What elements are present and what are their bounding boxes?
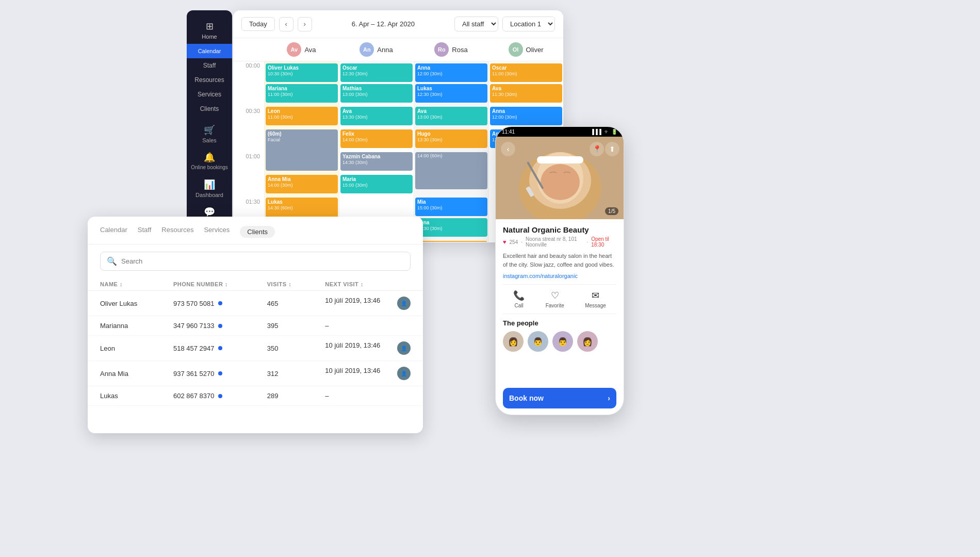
mobile-content: Natural Organic Beauty ♥ 254 · Noona str… — [496, 219, 624, 404]
sidebar-item-services[interactable]: Services — [187, 87, 232, 102]
time-empty3 — [233, 175, 264, 198]
sidebar-item-calendar[interactable]: Calendar — [187, 44, 232, 58]
message-button[interactable]: ✉ Message — [585, 290, 606, 308]
appt-ava-1[interactable]: Ava 13:30 (30m) — [340, 107, 413, 125]
svg-point-5 — [541, 164, 580, 200]
time-column: 00:00 00:30 01:00 01:30 02:00 02:30 — [233, 61, 264, 242]
col-visits[interactable]: VISITS ↕ — [255, 278, 313, 291]
appt-yazmin[interactable]: Yazmin Cabana 14:30 (30m) — [340, 152, 413, 171]
sidebar-item-clients[interactable]: Clients — [187, 102, 232, 116]
person-4[interactable]: 👩 — [577, 331, 598, 352]
staff-oliver: Ol Oliver — [488, 38, 563, 61]
clients-panel: Calendar Staff Resources Services Client… — [88, 217, 423, 433]
mobile-back-button[interactable]: ‹ — [501, 142, 515, 156]
table-row[interactable]: Anna Mia 937 361 5270 312 10 júlí 2019, … — [88, 361, 423, 386]
avatar-rosa: Ro — [434, 42, 449, 57]
sidebar-item-sales[interactable]: 🛒 Sales — [187, 120, 232, 148]
appt-oscar-1[interactable]: Oscar 12:30 (30m) — [340, 63, 413, 82]
person-3[interactable]: 👨 — [552, 331, 573, 352]
client-name-2: Leon — [88, 336, 161, 361]
table-row[interactable]: Marianna 347 960 7133 395 – — [88, 316, 423, 336]
sidebar-item-staff[interactable]: Staff — [187, 58, 232, 73]
avatar-ava: Av — [287, 42, 301, 57]
mobile-actions: 📞 Call ♡ Favorite ✉ Message — [503, 284, 616, 314]
table-row[interactable]: Leon 518 457 2947 350 10 júlí 2019, 13:4… — [88, 336, 423, 361]
search-input[interactable] — [121, 257, 404, 265]
biz-name: Natural Organic Beauty — [503, 225, 616, 234]
sidebar-item-resources[interactable]: Resources — [187, 73, 232, 87]
appt-oliver-lukas[interactable]: Oliver Lukas 10:30 (30m) — [266, 63, 338, 82]
tab-calendar[interactable]: Calendar — [100, 226, 127, 244]
client-visits-4: 289 — [255, 386, 313, 406]
sidebar: ⊞ Home Calendar Staff Resources Services… — [187, 10, 232, 227]
staff-rosa: Ro Rosa — [414, 38, 488, 61]
table-row[interactable]: Lukas 602 867 8370 289 – — [88, 386, 423, 406]
biz-link[interactable]: instagram.com/naturalorganic — [503, 273, 616, 279]
cal-col-ava: Oliver Lukas 10:30 (30m) Mariana 11:00 (… — [264, 61, 339, 242]
clients-table: NAME ↕ PHONE NUMBER ↕ VISITS ↕ NEXT VISI… — [88, 278, 423, 406]
appt-ava-oliver[interactable]: Ava 11:30 (30m) — [490, 84, 562, 103]
client-next-visit-2: 10 júlí 2019, 13:46 👤 — [313, 336, 423, 361]
time-0030: 00:30 — [233, 107, 264, 129]
appt-anna-mia[interactable]: Anna Mia 14:00 (30m) — [266, 175, 338, 193]
time-0000: 00:00 — [233, 61, 264, 84]
client-name-1: Marianna — [88, 316, 161, 336]
time-header — [233, 38, 264, 61]
book-now-button[interactable]: Book now › — [503, 388, 616, 408]
dashboard-icon: 📊 — [204, 179, 215, 190]
sidebar-item-bookings[interactable]: 🔔 Online bookings — [187, 148, 232, 175]
appt-maria[interactable]: Maria 15:00 (30m) — [340, 175, 413, 193]
time-empty1 — [233, 84, 264, 107]
appt-mathias[interactable]: Mathias 13:00 (30m) — [340, 84, 413, 103]
favorite-button[interactable]: ♡ Favorite — [546, 290, 564, 308]
col-name[interactable]: NAME ↕ — [88, 278, 161, 291]
prev-button[interactable]: ‹ — [279, 17, 293, 31]
next-button[interactable]: › — [298, 17, 312, 31]
appt-lena[interactable]: Lena 15:30 (30m) — [415, 218, 487, 237]
mobile-share-button[interactable]: ⬆ — [605, 142, 619, 156]
dot-sep: · — [521, 239, 522, 245]
client-next-visit-4: – — [313, 386, 423, 406]
mobile-location-button[interactable]: 📍 — [590, 142, 604, 156]
appt-mariana[interactable]: Mariana 11:00 (30m) — [266, 84, 338, 103]
col-phone[interactable]: PHONE NUMBER ↕ — [161, 278, 255, 291]
appt-oscar-oliver[interactable]: Oscar 11:00 (30m) — [490, 63, 562, 82]
appt-oliver-rosa[interactable]: Oliver 16:00 (60m) — [415, 241, 487, 242]
date-range: 6. Apr – 12. Apr 2020 — [316, 20, 450, 28]
appt-leon[interactable]: Leon 11:00 (30m) — [266, 107, 338, 125]
staff-filter[interactable]: All staff — [454, 17, 498, 31]
client-phone-1: 347 960 7133 — [161, 316, 255, 336]
appt-ava-rosa[interactable]: Ava 13:00 (30m) — [415, 107, 487, 125]
appt-60m[interactable]: 14:00 (60m) — [415, 152, 487, 189]
avatar-anna: An — [360, 42, 374, 57]
message-icon: ✉ — [592, 290, 599, 301]
sidebar-home[interactable]: ⊞ Home — [202, 15, 217, 44]
heart-icon: ♥ — [503, 239, 507, 245]
appt-anna-rosa[interactable]: Anna 12:00 (30m) — [415, 63, 487, 82]
tab-clients[interactable]: Clients — [240, 226, 275, 238]
sales-icon: 🛒 — [204, 124, 215, 136]
mobile-signal: ▌▌▌ ᯤ 🔋 — [592, 129, 617, 135]
tab-services[interactable]: Services — [204, 226, 230, 244]
client-visits-1: 395 — [255, 316, 313, 336]
table-row[interactable]: Oliver Lukas 973 570 5081 465 10 júlí 20… — [88, 291, 423, 316]
location-filter[interactable]: Location 1 — [502, 17, 555, 31]
calendar-header: Today ‹ › 6. Apr – 12. Apr 2020 All staf… — [233, 10, 563, 38]
client-next-visit-0: 10 júlí 2019, 13:46 👤 — [313, 291, 423, 316]
appt-anna-oliver-1[interactable]: Anna 12:00 (30m) — [490, 107, 562, 125]
sidebar-item-dashboard[interactable]: 📊 Dashboard — [187, 175, 232, 202]
appt-hugo[interactable]: Hugo 13:30 (30m) — [415, 129, 487, 148]
person-1[interactable]: 👩 — [503, 331, 524, 352]
client-phone-2: 518 457 2947 — [161, 336, 255, 361]
tab-resources[interactable]: Resources — [161, 226, 193, 244]
appt-lukas-rosa[interactable]: Lukas 12:30 (30m) — [415, 84, 487, 103]
appt-mia[interactable]: Mia 15:00 (30m) — [415, 198, 487, 216]
today-button[interactable]: Today — [241, 17, 275, 31]
call-button[interactable]: 📞 Call — [513, 290, 525, 308]
tab-staff[interactable]: Staff — [138, 226, 152, 244]
book-arrow-icon: › — [608, 394, 610, 402]
col-next-visit[interactable]: NEXT VISIT ↕ — [313, 278, 423, 291]
appt-facial[interactable]: (60m) Facial — [266, 129, 338, 171]
person-2[interactable]: 👨 — [528, 331, 548, 352]
appt-felix[interactable]: Felix 14:00 (30m) — [340, 129, 413, 148]
